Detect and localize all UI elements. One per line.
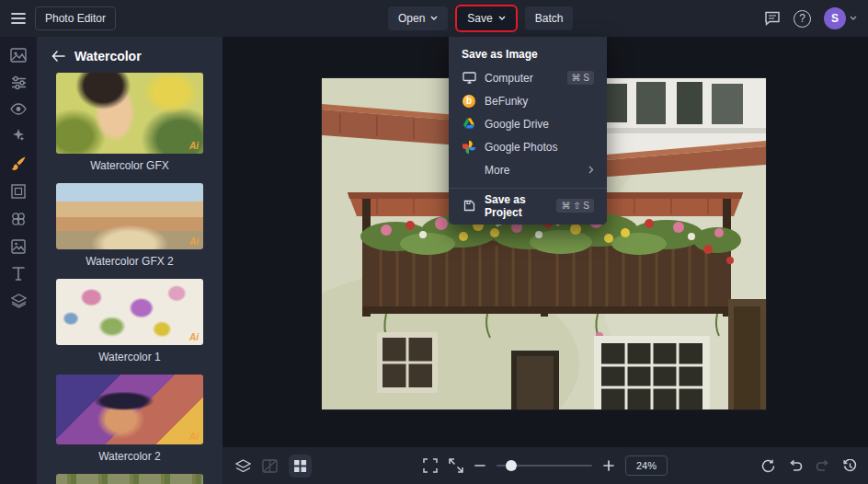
shortcut-badge: ⌘ ⇧ S: [556, 199, 594, 213]
panel-title: Watercolor: [74, 49, 142, 63]
app-root: Photo Editor Open Save Batch ?: [0, 0, 868, 484]
shortcut-badge: ⌘ S: [567, 71, 594, 85]
preset-watercolor-2[interactable]: Ai Watercolor 2: [56, 375, 203, 474]
hamburger-menu-icon[interactable]: [11, 12, 26, 25]
preset-thumbnail[interactable]: Ai: [56, 73, 203, 154]
tool-rail: [0, 37, 37, 484]
layers-panel-icon[interactable]: [235, 459, 251, 473]
undo-icon[interactable]: [788, 460, 803, 472]
project-icon: [462, 200, 476, 212]
preset-thumbnail[interactable]: Ai: [56, 279, 203, 345]
chevron-down-icon: [850, 16, 857, 21]
befunky-icon: b: [462, 95, 476, 108]
batch-button[interactable]: Batch: [525, 6, 574, 30]
avatar[interactable]: S: [824, 7, 846, 29]
compare-icon[interactable]: [262, 459, 278, 473]
menu-item-befunky[interactable]: b BeFunky: [449, 89, 607, 112]
google-drive-icon: [462, 118, 476, 130]
ai-badge: Ai: [189, 332, 199, 342]
adjust-icon[interactable]: [11, 75, 27, 90]
menu-item-save-as-project[interactable]: Save as Project ⌘ ⇧ S: [449, 194, 607, 217]
menu-item-google-photos[interactable]: More Google Photos: [449, 135, 607, 158]
menu-item-more[interactable]: More: [449, 158, 607, 181]
preset-watercolor-gfx[interactable]: Ai Watercolor GFX: [56, 73, 203, 183]
back-arrow-icon[interactable]: [51, 51, 65, 62]
menu-item-google-drive[interactable]: Google Drive: [449, 112, 607, 135]
zoom-slider[interactable]: [497, 465, 592, 467]
text-icon[interactable]: [12, 267, 25, 281]
feedback-icon[interactable]: [764, 11, 781, 26]
thumbnail-grid-icon[interactable]: [289, 455, 312, 478]
save-dropdown-menu: Save as Image Computer ⌘ S b BeFunky Goo…: [449, 37, 607, 225]
effects-icon[interactable]: [11, 128, 26, 143]
chevron-right-icon: [588, 166, 594, 174]
preset-thumbnail[interactable]: Ai: [56, 375, 203, 444]
app-title[interactable]: Photo Editor: [35, 6, 116, 30]
google-photos-icon: [462, 141, 476, 154]
refresh-icon[interactable]: [761, 459, 775, 473]
save-button[interactable]: Save: [457, 6, 515, 30]
help-icon[interactable]: ?: [794, 10, 811, 28]
preset-thumbnail[interactable]: Ai: [56, 183, 203, 249]
brush-icon[interactable]: [11, 156, 27, 171]
eye-icon[interactable]: [10, 103, 27, 115]
zoom-in-icon[interactable]: [603, 460, 614, 471]
computer-icon: [462, 72, 476, 84]
presets-panel: Watercolor Ai Watercolor GFX Ai Watercol…: [37, 37, 223, 484]
photo-icon[interactable]: [10, 48, 27, 63]
ai-badge: Ai: [189, 432, 199, 442]
redo-icon[interactable]: [816, 460, 830, 472]
ai-badge: Ai: [189, 141, 199, 151]
preset-partial[interactable]: [56, 474, 203, 484]
preset-thumbnail[interactable]: [56, 474, 203, 484]
actual-size-icon[interactable]: [449, 458, 463, 473]
zoom-out-icon[interactable]: [474, 460, 485, 471]
chevron-down-icon: [498, 16, 506, 21]
zoom-slider-knob[interactable]: [506, 460, 517, 471]
bottom-toolbar: 24%: [223, 447, 868, 484]
save-menu-header: Save as Image: [449, 40, 607, 66]
menu-divider: [449, 188, 607, 189]
overlays-icon[interactable]: [11, 212, 26, 226]
ai-badge: Ai: [189, 236, 199, 247]
zoom-percentage[interactable]: 24%: [625, 455, 668, 476]
menu-item-computer[interactable]: Computer ⌘ S: [449, 66, 607, 89]
chevron-down-icon: [430, 16, 438, 21]
frames-icon[interactable]: [11, 184, 26, 199]
image-overlay-icon[interactable]: [11, 239, 26, 254]
fit-screen-icon[interactable]: [423, 458, 438, 473]
open-button[interactable]: Open: [388, 6, 448, 30]
preset-watercolor-1[interactable]: Ai Watercolor 1: [56, 279, 203, 375]
account-menu[interactable]: S: [824, 7, 857, 29]
history-icon[interactable]: [843, 459, 857, 473]
layers-icon[interactable]: [11, 294, 27, 308]
topbar: Photo Editor Open Save Batch ?: [0, 0, 868, 37]
preset-watercolor-gfx-2[interactable]: Ai Watercolor GFX 2: [56, 183, 203, 279]
